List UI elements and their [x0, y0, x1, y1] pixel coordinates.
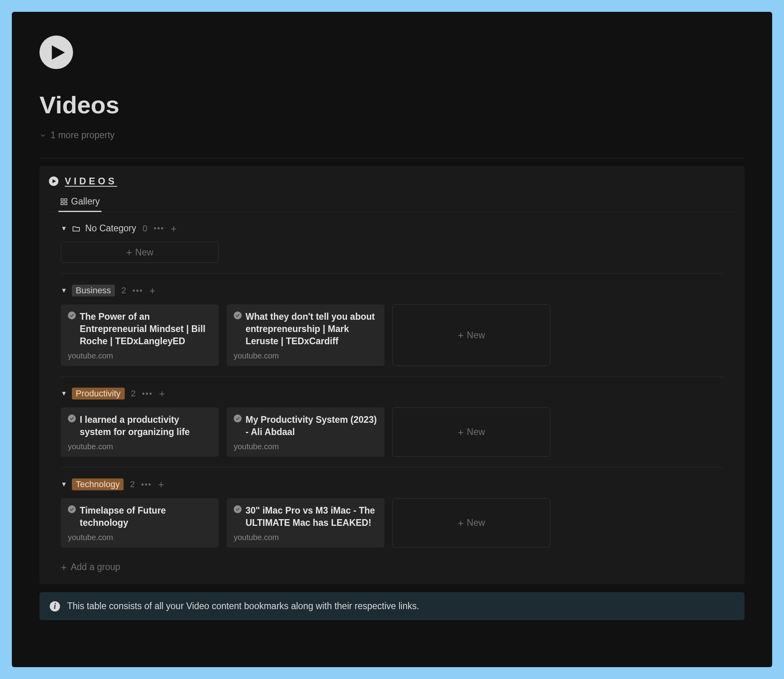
- video-card[interactable]: I learned a productivity system for orga…: [61, 407, 219, 457]
- card-source: youtube.com: [68, 533, 212, 542]
- collapse-toggle[interactable]: ▼: [61, 390, 67, 397]
- card-source: youtube.com: [234, 533, 377, 542]
- card-title: The Power of an Entrepreneurial Mindset …: [80, 311, 212, 347]
- new-label: New: [135, 247, 154, 258]
- group-add-button[interactable]: +: [159, 388, 165, 399]
- svg-rect-0: [61, 199, 64, 201]
- check-icon: [234, 311, 242, 319]
- new-label: New: [467, 427, 485, 437]
- group-count: 2: [131, 388, 136, 399]
- header-divider: [39, 158, 745, 158]
- cards-row: Timelapse of Future technology youtube.c…: [49, 493, 735, 555]
- group-header: ▼ Business 2 ••• +: [49, 282, 735, 299]
- database-block: VIDEOS Gallery ▼: [39, 166, 745, 584]
- card-source: youtube.com: [68, 351, 212, 360]
- group-header: ▼ Technology 2 ••• +: [49, 476, 735, 493]
- group-add-button[interactable]: +: [149, 285, 155, 296]
- plus-icon: +: [61, 562, 67, 572]
- new-label: New: [467, 330, 485, 341]
- add-group-button[interactable]: + Add a group: [49, 555, 735, 572]
- group-add-button[interactable]: +: [158, 479, 164, 490]
- tab-gallery[interactable]: Gallery: [58, 192, 101, 212]
- tab-gallery-label: Gallery: [71, 196, 100, 207]
- new-card-button[interactable]: + New: [392, 498, 550, 548]
- gallery-icon: [60, 198, 68, 206]
- page-header: Videos 1 more property: [12, 12, 772, 158]
- add-group-label: Add a group: [71, 562, 120, 572]
- group-tag[interactable]: Business: [72, 285, 115, 296]
- plus-icon: +: [458, 330, 463, 340]
- video-card[interactable]: The Power of an Entrepreneurial Mindset …: [61, 304, 219, 366]
- group-count: 0: [143, 223, 147, 234]
- card-title: Timelapse of Future technology: [80, 505, 212, 529]
- svg-rect-3: [65, 202, 67, 204]
- new-card-button[interactable]: + New: [392, 407, 550, 457]
- group-tag[interactable]: Productivity: [72, 388, 125, 400]
- app-frame: Videos 1 more property VIDEOS Gallery: [12, 12, 772, 667]
- collapse-toggle[interactable]: ▼: [61, 287, 67, 294]
- group-menu-icon[interactable]: •••: [131, 286, 144, 295]
- card-source: youtube.com: [234, 442, 377, 451]
- page-play-icon: [39, 36, 73, 69]
- plus-icon: +: [458, 427, 463, 437]
- new-label: New: [467, 518, 485, 528]
- cards-row: + New: [49, 236, 735, 271]
- group-header: ▼ Productivity 2 ••• +: [49, 385, 735, 402]
- collapse-toggle[interactable]: ▼: [61, 481, 67, 488]
- more-properties-toggle[interactable]: 1 more property: [39, 130, 745, 150]
- card-source: youtube.com: [234, 351, 377, 360]
- collapse-toggle[interactable]: ▼: [61, 225, 67, 232]
- view-tabs: Gallery: [49, 192, 735, 212]
- info-icon: i: [50, 601, 60, 611]
- svg-rect-2: [61, 202, 64, 204]
- more-properties-label: 1 more property: [51, 130, 114, 141]
- check-icon: [68, 415, 76, 422]
- card-title: My Productivity System (2023) - Ali Abda…: [246, 414, 377, 438]
- database-title[interactable]: VIDEOS: [65, 176, 117, 187]
- group-count: 2: [121, 285, 126, 296]
- page-title: Videos: [39, 91, 745, 119]
- database-title-row: VIDEOS: [39, 176, 745, 192]
- folder-icon: [72, 224, 81, 233]
- video-card[interactable]: What they don't tell you about entrepren…: [227, 304, 384, 366]
- group-add-button[interactable]: +: [171, 223, 176, 234]
- card-title: I learned a productivity system for orga…: [80, 414, 212, 438]
- group-menu-icon[interactable]: •••: [139, 480, 153, 489]
- info-text: This table consists of all your Video co…: [67, 601, 419, 611]
- cards-row: The Power of an Entrepreneurial Mindset …: [49, 299, 735, 374]
- cards-row: I learned a productivity system for orga…: [49, 402, 735, 465]
- card-source: youtube.com: [68, 442, 212, 451]
- group-count: 2: [130, 479, 135, 490]
- new-card-button[interactable]: + New: [392, 304, 550, 366]
- group-tag[interactable]: Technology: [72, 478, 124, 490]
- plus-icon: +: [126, 247, 132, 257]
- video-card[interactable]: My Productivity System (2023) - Ali Abda…: [227, 407, 384, 457]
- group-menu-icon[interactable]: •••: [141, 389, 154, 398]
- group-productivity: ▼ Productivity 2 ••• + I learned a produ…: [49, 377, 735, 467]
- card-title: What they don't tell you about entrepren…: [246, 311, 377, 347]
- groups-container: ▼ No Category 0 ••• + + New: [39, 212, 745, 572]
- card-title: 30" iMac Pro vs M3 iMac - The ULTIMATE M…: [246, 505, 377, 529]
- video-card[interactable]: 30" iMac Pro vs M3 iMac - The ULTIMATE M…: [227, 498, 384, 548]
- group-header: ▼ No Category 0 ••• +: [49, 221, 735, 236]
- group-name: No Category: [85, 223, 136, 234]
- check-icon: [68, 505, 76, 513]
- plus-icon: +: [458, 518, 463, 528]
- check-icon: [234, 415, 242, 422]
- check-icon: [68, 311, 76, 319]
- video-card[interactable]: Timelapse of Future technology youtube.c…: [61, 498, 219, 548]
- group-business: ▼ Business 2 ••• + The Power of an Entre…: [49, 274, 735, 377]
- database-play-icon: [49, 176, 58, 186]
- chevron-down-icon: [39, 132, 47, 139]
- new-card-button[interactable]: + New: [61, 242, 219, 263]
- group-no-category: ▼ No Category 0 ••• + + New: [49, 212, 735, 274]
- group-technology: ▼ Technology 2 ••• + Timelapse of Future…: [49, 467, 735, 555]
- group-menu-icon[interactable]: •••: [152, 224, 166, 233]
- info-callout: i This table consists of all your Video …: [39, 592, 745, 620]
- check-icon: [234, 505, 242, 513]
- svg-rect-1: [65, 199, 67, 201]
